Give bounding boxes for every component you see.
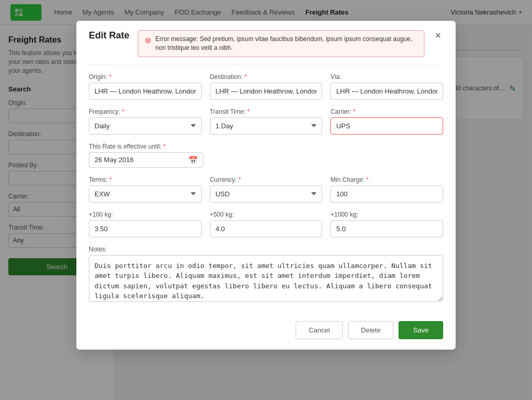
- frequency-group: Frequency: * Daily: [89, 108, 202, 135]
- form-row-1: Origin: * Destination: * Via:: [89, 73, 443, 100]
- plus500-group: +500 kg:: [210, 211, 323, 237]
- modal-divider: [89, 64, 443, 65]
- min-charge-input[interactable]: [330, 185, 443, 203]
- notes-textarea[interactable]: Duis porttitor arcu in odio tempor, sit …: [89, 255, 443, 302]
- effective-until-label: This Rate is effective until: *: [89, 143, 203, 150]
- effective-until-group: This Rate is effective until: * 📅: [89, 143, 203, 168]
- calendar-icon: 📅: [189, 156, 197, 164]
- modal-origin-input[interactable]: [89, 83, 202, 100]
- modal-via-input[interactable]: [330, 83, 443, 100]
- currency-select[interactable]: USD: [210, 185, 323, 203]
- terms-select[interactable]: EXW: [89, 185, 202, 203]
- edit-rate-modal: Edit Rate ⊗ Error message: Sed pretium, …: [76, 21, 456, 350]
- plus500-input[interactable]: [210, 220, 323, 237]
- destination-group: Destination: *: [210, 73, 323, 100]
- terms-group: Terms: * EXW: [89, 176, 202, 203]
- terms-label: Terms: *: [89, 176, 202, 183]
- error-icon: ⊗: [144, 35, 151, 45]
- effective-until-input[interactable]: [95, 156, 184, 164]
- form-row-3: This Rate is effective until: * 📅: [89, 143, 443, 168]
- via-label: Via:: [330, 73, 443, 81]
- notes-label: Notes:: [89, 246, 443, 253]
- carrier-input[interactable]: [330, 117, 443, 135]
- modal-title: Edit Rate: [89, 30, 129, 41]
- via-group: Via:: [330, 73, 443, 100]
- date-input-wrapper: 📅: [89, 152, 203, 168]
- form-row-4: Terms: * EXW Currency: * USD: [89, 176, 443, 203]
- plus100-group: +100 kg:: [89, 211, 202, 237]
- carrier-label: Carrier: *: [330, 108, 443, 115]
- transit-time-group: Transit Time: * 1 Day: [210, 108, 323, 135]
- save-button[interactable]: Save: [398, 321, 443, 339]
- error-message: Error message: Sed pretium, ipsum vitae …: [155, 35, 418, 52]
- plus1000-input[interactable]: [330, 220, 443, 237]
- form-row-5: +100 kg: +500 kg: +1000 kg:: [89, 211, 443, 237]
- currency-group: Currency: * USD: [210, 176, 323, 203]
- modal-body: Origin: * Destination: * Via:: [76, 73, 456, 314]
- plus100-label: +100 kg:: [89, 211, 202, 218]
- plus1000-label: +1000 kg:: [330, 211, 443, 218]
- form-row-2: Frequency: * Daily Transit Time: * 1 Day: [89, 108, 443, 135]
- modal-overlay: Edit Rate ⊗ Error message: Sed pretium, …: [0, 0, 532, 400]
- modal-destination-input[interactable]: [210, 83, 323, 100]
- plus1000-group: +1000 kg:: [330, 211, 443, 237]
- notes-group: Notes: Duis porttitor arcu in odio tempo…: [89, 246, 443, 303]
- modal-header: Edit Rate ⊗ Error message: Sed pretium, …: [76, 21, 456, 64]
- modal-footer: Cancel Delete Save: [76, 314, 456, 350]
- origin-group: Origin: *: [89, 73, 202, 100]
- min-charge-group: Min Charge: *: [330, 176, 443, 203]
- plus100-input[interactable]: [89, 220, 202, 237]
- origin-label: Origin: *: [89, 73, 202, 81]
- modal-close-button[interactable]: ×: [433, 30, 443, 41]
- plus500-label: +500 kg:: [210, 211, 323, 218]
- frequency-label: Frequency: *: [89, 108, 202, 115]
- min-charge-label: Min Charge: *: [330, 176, 443, 183]
- error-banner: ⊗ Error message: Sed pretium, ipsum vita…: [138, 30, 424, 57]
- delete-button[interactable]: Delete: [348, 321, 394, 339]
- carrier-group: Carrier: *: [330, 108, 443, 135]
- currency-label: Currency: *: [210, 176, 323, 183]
- frequency-select[interactable]: Daily: [89, 117, 202, 135]
- transit-time-select[interactable]: 1 Day: [210, 117, 323, 135]
- cancel-button[interactable]: Cancel: [296, 321, 342, 339]
- destination-label: Destination: *: [210, 73, 323, 81]
- transit-time-label: Transit Time: *: [210, 108, 323, 115]
